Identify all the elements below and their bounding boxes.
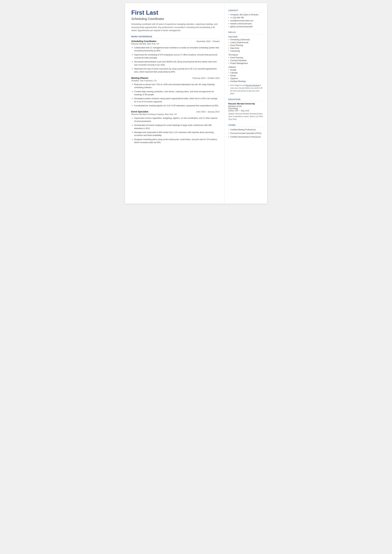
- contact-item-github: github.com/resumeworded: [228, 26, 263, 28]
- list-item: Project Management: [228, 62, 263, 64]
- resume-page: First Last Scheduling Coordinator Schedu…: [125, 3, 267, 204]
- list-item: Typeform: [228, 77, 263, 80]
- other-section-title: OTHER: [228, 124, 263, 127]
- job-block-2: Meeting Planner February 2013 – October …: [131, 77, 220, 107]
- list-item: Looker (Experienced): [228, 41, 263, 44]
- job-title-1: Scheduling Coordinator: [131, 40, 156, 42]
- skills-note: Don't forget to use Resume Worded to sca…: [228, 84, 263, 95]
- other-section: OTHER Certified Meeting Professional. Pe…: [228, 124, 263, 138]
- techniques-list: Event Planning Concept Estimation Projec…: [228, 56, 263, 64]
- list-item: Developed creative solutions using exper…: [131, 97, 220, 103]
- contact-item-location: Annapolis, MD (Open to Remote): [228, 14, 263, 16]
- list-item: Personal Assistant Specialist (CPAS).: [228, 132, 263, 135]
- applicant-title: Scheduling Coordinator: [131, 17, 220, 21]
- list-item: Contracting: [228, 50, 263, 52]
- right-column: CONTACT Annapolis, MD (Open to Remote) +…: [224, 3, 267, 204]
- list-item: Genee: [228, 75, 263, 77]
- applicant-summary: Scheduling coordinator with 10 years of …: [131, 23, 220, 32]
- list-item: Decreased administrative costs from $10M…: [131, 60, 220, 66]
- list-item: Supervised contract negotiation, budgeti…: [131, 117, 220, 123]
- job-bullets-3: Supervised contract negotiation, budgeti…: [131, 117, 220, 144]
- list-item: Managed and responded to 850 emails from…: [131, 131, 220, 137]
- list-item: Scheduling (Advanced): [228, 39, 263, 41]
- list-item: Certified Administrative Professional.: [228, 135, 263, 138]
- job-block-3: Event Specialist June 2010 – January 201…: [131, 110, 220, 144]
- work-experience-section-title: WORK EXPERIENCE: [131, 35, 220, 39]
- list-item: Orchestrated 43 events ranging from smal…: [131, 124, 220, 130]
- software-list: Doodle Calendly Genee Typeform HubSpot M…: [228, 69, 263, 83]
- list-item: HubSpot Meetings: [228, 80, 263, 83]
- job-dates-1: November 2015 – Present: [196, 40, 220, 42]
- list-item: Coordinated the meeting logistics for 3.…: [131, 104, 220, 107]
- job-company-1: Resume Worded, New York, NY: [131, 43, 220, 45]
- list-item: Event Planning: [228, 44, 263, 46]
- list-item: Created daily meeting schedules, room bl…: [131, 90, 220, 96]
- skills-section-title: SKILLS: [228, 31, 263, 34]
- contact-item-email: email@resumeworded.com: [228, 20, 263, 22]
- software-label: Software:: [228, 66, 263, 68]
- edu-field: Psychology: [228, 107, 263, 110]
- job-title-3: Event Specialist: [131, 110, 148, 113]
- hard-skills-label: Hard Skills:: [228, 36, 263, 38]
- edu-location-date: Boston, MA — May 2010: [228, 110, 263, 112]
- education-section-title: EDUCATION: [228, 98, 263, 101]
- resume-worded-link[interactable]: Resume Worded: [245, 84, 259, 86]
- list-item: Data Entry: [228, 47, 263, 49]
- job-header-1: Scheduling Coordinator November 2015 – P…: [131, 40, 220, 42]
- contact-item-phone: +1-234-456-789: [228, 17, 263, 19]
- list-item: Doodle: [228, 69, 263, 71]
- list-item: Certified Meeting Professional.: [228, 128, 263, 131]
- edu-org: Resume Worded University: [228, 103, 263, 105]
- job-dates-2: February 2013 – October 2015: [193, 77, 220, 79]
- job-title-2: Meeting Planner: [131, 77, 148, 79]
- applicant-name: First Last: [131, 9, 220, 16]
- skills-note-before: Don't forget to use: [230, 84, 246, 86]
- list-item: Concept Estimation: [228, 59, 263, 62]
- list-item: Maximized the day of senior executives b…: [131, 67, 220, 74]
- contact-section: CONTACT Annapolis, MD (Open to Remote) +…: [228, 9, 263, 28]
- job-dates-3: June 2010 – January 2013: [196, 111, 219, 113]
- skills-section: SKILLS Hard Skills: Scheduling (Advanced…: [228, 31, 263, 95]
- left-column: First Last Scheduling Coordinator Schedu…: [125, 3, 224, 204]
- contact-item-linkedin: linkedin.com/in/username: [228, 23, 263, 25]
- other-list: Certified Meeting Professional. Personal…: [228, 128, 263, 138]
- job-company-2: Growthsi, San Francisco, CA: [131, 80, 220, 82]
- education-section: EDUCATION Resume Worded University Bache…: [228, 98, 263, 121]
- job-bullets-1: Collaborated with 21 management team mem…: [131, 46, 220, 74]
- edu-awards: Awards: Resume Worded Teaching Fellow (o…: [228, 112, 263, 121]
- edu-degree: Bachelor of Arts: [228, 105, 263, 107]
- list-item: Supervised the scheduling of 670 employe…: [131, 53, 220, 60]
- list-item: Calendly: [228, 72, 263, 74]
- contact-list: Annapolis, MD (Open to Remote) +1-234-45…: [228, 14, 263, 28]
- list-item: Collaborated with 21 management team mem…: [131, 46, 220, 52]
- list-item: Designed marketing plans using social me…: [131, 138, 220, 144]
- job-header-3: Event Specialist June 2010 – January 201…: [131, 110, 220, 113]
- techniques-label: Techniques:: [228, 54, 263, 56]
- job-company-3: Resume Worded's Exciting Company, New Yo…: [131, 113, 220, 115]
- hard-skills-list: Scheduling (Advanced) Looker (Experience…: [228, 39, 263, 52]
- job-bullets-2: Reduced no-shows from 72% to <10% and in…: [131, 83, 220, 107]
- job-header-2: Meeting Planner February 2013 – October …: [131, 77, 220, 79]
- list-item: Reduced no-shows from 72% to <10% and in…: [131, 83, 220, 89]
- job-block-1: Scheduling Coordinator November 2015 – P…: [131, 40, 220, 74]
- contact-section-title: CONTACT: [228, 9, 263, 12]
- list-item: Event Planning: [228, 56, 263, 59]
